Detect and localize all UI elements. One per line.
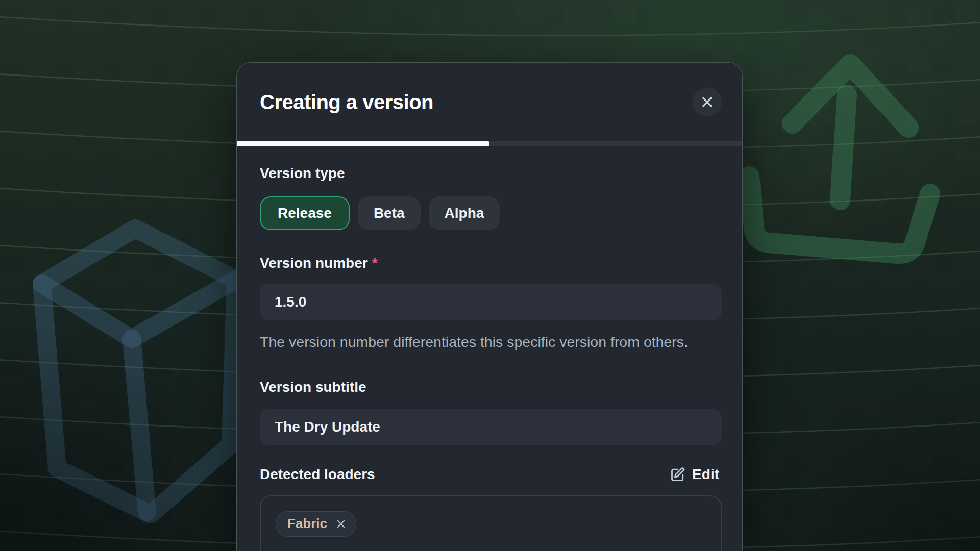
version-type-label: Version type: [260, 165, 719, 182]
version-type-release-chip[interactable]: Release: [260, 196, 350, 230]
edit-label: Edit: [692, 466, 719, 483]
version-number-help: The version number differentiates this s…: [260, 333, 709, 352]
package-icon: [42, 229, 236, 514]
modal-title: Creating a version: [260, 91, 433, 114]
required-asterisk: *: [372, 255, 378, 272]
edit-loaders-button[interactable]: Edit: [669, 466, 719, 483]
version-type-options: Release Beta Alpha: [260, 196, 719, 230]
app-background: Creating a version Version type Release …: [0, 0, 980, 551]
detected-loaders-box: Fabric: [260, 495, 722, 551]
upload-icon: [749, 64, 930, 254]
version-subtitle-label: Version subtitle: [260, 379, 719, 396]
loader-name: Fabric: [287, 516, 327, 532]
progress-bar-fill: [237, 141, 489, 146]
version-number-input[interactable]: [260, 284, 722, 320]
create-version-modal: Creating a version Version type Release …: [236, 62, 743, 551]
remove-x-icon: [335, 518, 347, 530]
loader-tag-fabric: Fabric: [276, 511, 356, 537]
version-type-alpha-chip[interactable]: Alpha: [429, 196, 500, 230]
version-subtitle-input[interactable]: [260, 409, 722, 445]
modal-header: Creating a version: [237, 63, 742, 141]
edit-pencil-icon: [669, 466, 686, 483]
close-button[interactable]: [693, 88, 722, 117]
version-number-label-row: Version number *: [260, 255, 719, 272]
close-icon: [700, 95, 714, 109]
progress-bar: [237, 141, 742, 146]
detected-loaders-row: Detected loaders Edit: [260, 466, 719, 483]
version-number-label: Version number: [260, 255, 368, 272]
version-type-beta-chip[interactable]: Beta: [358, 196, 421, 230]
detected-loaders-label: Detected loaders: [260, 466, 375, 483]
remove-loader-button[interactable]: [333, 516, 349, 532]
modal-body: Version type Release Beta Alpha Version …: [237, 165, 742, 551]
